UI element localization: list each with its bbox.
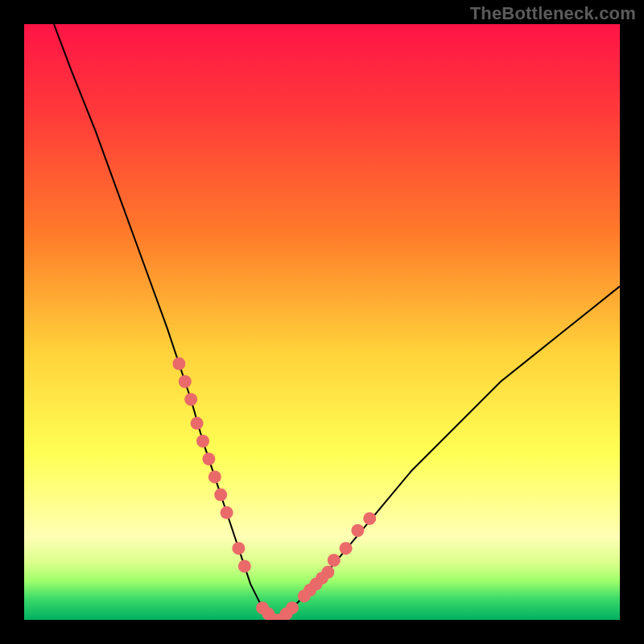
- highlight-dot: [363, 512, 376, 525]
- highlight-dot: [221, 506, 233, 519]
- chart-svg: [24, 24, 620, 620]
- chart-frame: TheBottleneck.com: [0, 0, 644, 644]
- highlight-dot: [340, 542, 353, 555]
- highlight-dot: [208, 470, 221, 483]
- plot-area: [24, 24, 620, 620]
- highlight-dot: [351, 524, 364, 537]
- highlight-dot: [232, 542, 245, 555]
- highlight-dot: [172, 357, 185, 370]
- highlight-dot: [238, 559, 251, 572]
- highlight-dot: [214, 489, 227, 502]
- highlight-dot: [202, 452, 215, 465]
- highlight-dot: [286, 601, 299, 614]
- highlight-dot: [184, 393, 197, 406]
- highlight-dot: [321, 566, 334, 579]
- highlight-dot: [196, 435, 209, 448]
- highlight-dot: [191, 417, 204, 430]
- watermark-text: TheBottleneck.com: [470, 3, 636, 24]
- highlight-dot: [179, 375, 192, 388]
- highlight-dot: [328, 554, 341, 567]
- plot-background: [24, 24, 620, 620]
